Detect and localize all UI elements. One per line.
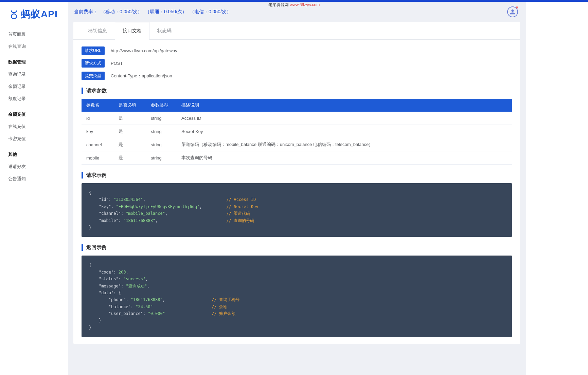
info-value-2: Content-Type：application/json xyxy=(111,73,172,79)
sidebar-item-8[interactable]: 卡密充值 xyxy=(0,133,68,145)
tab-2[interactable]: 状态码 xyxy=(149,22,179,40)
td-type: string xyxy=(146,151,177,165)
watermark-label: 老弟资源网 xyxy=(268,2,289,7)
th-name: 参数名 xyxy=(82,99,114,112)
sidebar-item-9: 其他 xyxy=(0,148,68,161)
rate-info: 当前费率： （移动：0.050/次） （联通：0.050/次） （电信：0.05… xyxy=(74,9,231,15)
th-required: 是否必填 xyxy=(114,99,146,112)
section-params-title: 请求参数 xyxy=(82,88,512,94)
content-card: 秘钥信息接口文档状态码 请求URLhttp://www.dkym.com/api… xyxy=(73,22,520,344)
sidebar-item-3[interactable]: 查询记录 xyxy=(0,68,68,80)
user-icon xyxy=(509,8,516,16)
td-required: 是 xyxy=(114,138,146,151)
info-value-1: POST xyxy=(111,61,123,66)
sidebar-item-11[interactable]: 公告通知 xyxy=(0,173,68,185)
tabs: 秘钥信息接口文档状态码 xyxy=(73,22,520,40)
th-type: 参数类型 xyxy=(146,99,177,112)
rate-unicom: （联通：0.050/次） xyxy=(145,9,187,15)
main: 当前费率： （移动：0.050/次） （联通：0.050/次） （电信：0.05… xyxy=(68,2,526,375)
td-desc: Access ID xyxy=(177,112,512,125)
info-label-1: 请求方式 xyxy=(82,59,105,68)
logo[interactable]: 蚂蚁API xyxy=(0,2,68,28)
info-label-2: 提交类型 xyxy=(82,72,105,80)
sidebar-item-2: 数据管理 xyxy=(0,56,68,68)
ant-logo-icon xyxy=(9,9,19,19)
th-desc: 描述说明 xyxy=(177,99,512,112)
sidebar: 蚂蚁API 首页面板在线查询数据管理查询记录余额记录额度记录余额充值在线充值卡密… xyxy=(0,2,68,375)
info-value-0: http://www.dkym.com/api/gateway xyxy=(111,48,177,53)
sidebar-item-10[interactable]: 邀请好友 xyxy=(0,161,68,173)
rate-telecom: （电信：0.050/次） xyxy=(190,9,231,15)
watermark-url: www.69zyw.com xyxy=(290,2,320,7)
td-type: string xyxy=(146,125,177,138)
sidebar-item-6: 余额充值 xyxy=(0,108,68,120)
section-request-example-title: 请求示例 xyxy=(82,172,512,179)
logo-text: 蚂蚁API xyxy=(21,8,58,21)
rate-label: 当前费率： xyxy=(74,9,98,15)
table-row: mobile是string本次查询的号码 xyxy=(82,151,512,165)
params-table: 参数名 是否必填 参数类型 描述说明 id是stringAccess IDkey… xyxy=(82,99,512,165)
sidebar-item-5[interactable]: 额度记录 xyxy=(0,93,68,105)
td-required: 是 xyxy=(114,125,146,138)
sidebar-item-1[interactable]: 在线查询 xyxy=(0,40,68,53)
td-type: string xyxy=(146,112,177,125)
info-row-2: 提交类型Content-Type：application/json xyxy=(82,72,512,80)
right-whitespace xyxy=(526,2,588,375)
tab-0[interactable]: 秘钥信息 xyxy=(80,22,115,40)
response-example-code: { "code": 200, "status": "success", "mes… xyxy=(82,256,512,337)
table-row: id是stringAccess ID xyxy=(82,112,512,125)
td-required: 是 xyxy=(114,151,146,165)
doc-body: 请求URLhttp://www.dkym.com/api/gateway请求方式… xyxy=(73,40,520,337)
td-desc: Secret Key xyxy=(177,125,512,138)
section-response-example-title: 返回示例 xyxy=(82,244,512,251)
table-row: channel是string渠道编码（移动编码：mobile_balance 联… xyxy=(82,138,512,151)
params-header-row: 参数名 是否必填 参数类型 描述说明 xyxy=(82,99,512,112)
tab-1[interactable]: 接口文档 xyxy=(115,22,149,40)
td-name: channel xyxy=(82,138,114,151)
td-name: mobile xyxy=(82,151,114,165)
watermark: 老弟资源网 www.69zyw.com xyxy=(268,2,320,8)
td-desc: 本次查询的号码 xyxy=(177,151,512,165)
td-required: 是 xyxy=(114,112,146,125)
info-label-0: 请求URL xyxy=(82,46,105,55)
user-avatar[interactable] xyxy=(507,6,518,17)
info-row-1: 请求方式POST xyxy=(82,59,512,68)
sidebar-item-7[interactable]: 在线充值 xyxy=(0,120,68,133)
td-name: key xyxy=(82,125,114,138)
td-desc: 渠道编码（移动编码：mobile_balance 联通编码：unicom_bal… xyxy=(177,138,512,151)
rate-mobile: （移动：0.050/次） xyxy=(101,9,142,15)
table-row: key是stringSecret Key xyxy=(82,125,512,138)
td-name: id xyxy=(82,112,114,125)
nav: 首页面板在线查询数据管理查询记录余额记录额度记录余额充值在线充值卡密充值其他邀请… xyxy=(0,28,68,192)
td-type: string xyxy=(146,138,177,151)
sidebar-item-4[interactable]: 余额记录 xyxy=(0,80,68,93)
request-example-code: { "id": "3138034364", // Access ID "key"… xyxy=(82,183,512,237)
sidebar-item-0[interactable]: 首页面板 xyxy=(0,28,68,40)
info-row-0: 请求URLhttp://www.dkym.com/api/gateway xyxy=(82,46,512,55)
